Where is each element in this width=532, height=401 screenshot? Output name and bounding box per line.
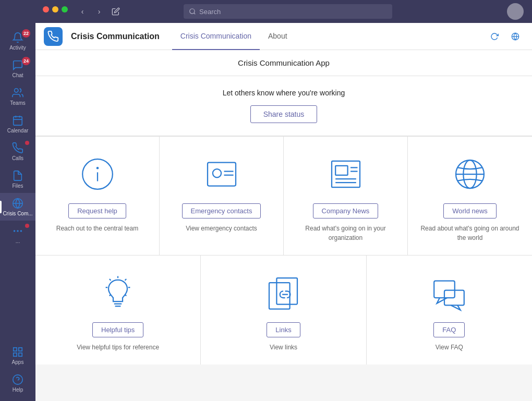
sidebar-item-crisis-label: Crisis Com... xyxy=(3,211,32,216)
links-icon xyxy=(262,272,304,314)
world-news-desc: Read about what's going on around the wo… xyxy=(416,224,524,242)
share-status-button[interactable]: Share status xyxy=(250,105,318,123)
svg-point-9 xyxy=(14,230,15,232)
request-help-icon xyxy=(77,153,118,195)
request-help-button[interactable]: Request help xyxy=(68,203,126,218)
tab-about[interactable]: About xyxy=(260,23,296,50)
search-bar[interactable]: Search xyxy=(184,4,392,19)
grid-cell-helpful-tips[interactable]: Helpful tips View helpful tips for refer… xyxy=(35,256,201,364)
sidebar-item-teams-label: Teams xyxy=(10,100,25,106)
sidebar-item-chat-label: Chat xyxy=(12,72,23,78)
grid-cell-faq[interactable]: FAQ View FAQ xyxy=(367,256,532,364)
traffic-lights xyxy=(35,0,75,19)
minimize-button[interactable] xyxy=(52,6,58,13)
main-area: ‹ › Search Crisis Communication xyxy=(35,0,532,401)
sidebar: 22 Activity 24 Chat Teams xyxy=(0,0,35,401)
sidebar-item-chat[interactable]: 24 Chat xyxy=(0,55,35,82)
grid-cell-request-help[interactable]: Request help Reach out to the central te… xyxy=(35,137,160,255)
helpful-tips-desc: View helpful tips for reference xyxy=(77,343,159,352)
banner: Crisis Communication App xyxy=(35,50,532,76)
forward-button[interactable]: › xyxy=(92,4,106,19)
nav-buttons: ‹ › xyxy=(75,4,123,19)
app-title: Crisis Communication xyxy=(71,32,160,41)
calls-badge xyxy=(25,141,29,145)
sidebar-item-calendar[interactable]: Calendar xyxy=(0,110,35,138)
sidebar-item-calendar-label: Calendar xyxy=(7,128,29,133)
links-desc: View links xyxy=(270,343,297,352)
close-button[interactable] xyxy=(43,6,49,13)
apps-icon xyxy=(11,346,24,358)
company-news-icon xyxy=(325,153,367,195)
active-indicator xyxy=(0,201,2,213)
sidebar-item-crisis[interactable]: Crisis Com... xyxy=(0,193,35,221)
share-status-section: Let others know where you're working Sha… xyxy=(35,76,532,136)
sidebar-item-apps-label: Apps xyxy=(12,359,24,365)
svg-rect-11 xyxy=(19,348,22,351)
compose-button[interactable] xyxy=(108,4,123,19)
svg-point-24 xyxy=(212,169,221,177)
svg-rect-10 xyxy=(14,348,17,351)
faq-icon xyxy=(428,272,470,314)
svg-line-44 xyxy=(110,295,111,296)
refresh-button[interactable] xyxy=(486,28,503,45)
teams-icon xyxy=(11,87,24,99)
chat-badge: 24 xyxy=(22,57,30,65)
svg-rect-28 xyxy=(335,166,347,175)
sidebar-item-files-label: Files xyxy=(12,183,23,189)
sidebar-item-activity-label: Activity xyxy=(9,45,26,51)
sidebar-item-files[interactable]: Files xyxy=(0,165,35,193)
grid-row-1: Request help Reach out to the central te… xyxy=(35,136,532,255)
sidebar-item-calls-label: Calls xyxy=(12,155,23,161)
company-news-button[interactable]: Company News xyxy=(313,203,379,218)
sidebar-item-more[interactable]: ... xyxy=(0,221,35,248)
back-button[interactable]: ‹ xyxy=(75,4,90,19)
svg-line-39 xyxy=(125,279,127,281)
links-button[interactable]: Links xyxy=(267,322,300,337)
sidebar-item-help[interactable]: Help xyxy=(0,369,35,397)
svg-line-42 xyxy=(110,279,111,281)
faq-button[interactable]: FAQ xyxy=(433,322,465,337)
grid-row-2: Helpful tips View helpful tips for refer… xyxy=(35,255,532,364)
files-icon xyxy=(11,169,24,182)
titlebar: ‹ › Search xyxy=(35,0,532,23)
content-inner: Crisis Communication App Let others know… xyxy=(35,50,532,364)
helpful-tips-icon xyxy=(97,272,139,314)
world-news-button[interactable]: World news xyxy=(443,203,497,218)
sidebar-item-activity[interactable]: 22 Activity xyxy=(0,27,35,55)
crisis-icon xyxy=(11,197,24,210)
request-help-desc: Reach out to the central team xyxy=(56,224,138,233)
grid-cell-emergency-contacts[interactable]: Emergency contacts View emergency contac… xyxy=(160,137,284,255)
sidebar-item-teams[interactable]: Teams xyxy=(0,82,35,110)
svg-line-17 xyxy=(194,13,196,15)
svg-point-16 xyxy=(190,9,195,14)
maximize-button[interactable] xyxy=(62,6,68,13)
svg-rect-12 xyxy=(14,353,17,356)
emergency-contacts-button[interactable]: Emergency contacts xyxy=(182,203,261,218)
sidebar-item-apps[interactable]: Apps xyxy=(0,342,35,369)
svg-point-14 xyxy=(13,375,22,384)
globe-button[interactable] xyxy=(507,28,524,45)
svg-line-41 xyxy=(125,295,127,296)
app-tabs: Crisis Communication About xyxy=(172,23,296,50)
svg-rect-1 xyxy=(14,117,22,126)
svg-point-22 xyxy=(96,167,99,169)
tab-about-label: About xyxy=(268,32,287,40)
sidebar-item-calls[interactable]: Calls xyxy=(0,138,35,165)
sidebar-item-help-label: Help xyxy=(13,387,23,393)
grid-cell-company-news[interactable]: Company News Read what's going on in you… xyxy=(284,137,408,255)
app-logo xyxy=(44,27,63,46)
more-badge xyxy=(25,224,29,228)
header-actions xyxy=(486,28,524,45)
svg-point-8 xyxy=(21,230,22,232)
emergency-contacts-desc: View emergency contacts xyxy=(186,224,257,233)
help-icon xyxy=(11,373,24,386)
user-avatar[interactable] xyxy=(507,3,524,20)
helpful-tips-button[interactable]: Helpful tips xyxy=(92,322,143,337)
faq-desc: View FAQ xyxy=(436,343,463,352)
activity-badge: 22 xyxy=(22,29,30,38)
search-placeholder: Search xyxy=(199,8,221,16)
grid-cell-world-news[interactable]: World news Read about what's going on ar… xyxy=(408,137,532,255)
grid-cell-links[interactable]: Links View links xyxy=(201,256,366,364)
tab-crisis-communication[interactable]: Crisis Communication xyxy=(172,23,260,50)
share-status-text: Let others know where you're working xyxy=(44,89,524,97)
